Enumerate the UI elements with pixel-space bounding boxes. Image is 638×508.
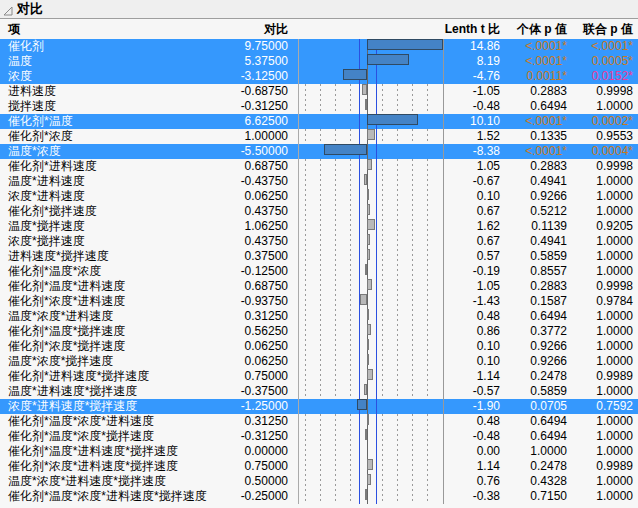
contrast-bar-chart-cell bbox=[298, 159, 444, 174]
individual-p-cell: 0.3772 bbox=[505, 324, 567, 339]
table-row[interactable]: 催化剂*温度*进料速度*搅拌速度 0.00000 0.00 1.0000 1.0… bbox=[0, 444, 638, 459]
table-row[interactable]: 催化剂*温度*浓度*进料速度 0.31250 0.48 0.6494 1.000… bbox=[0, 414, 638, 429]
column-header-lenth-t[interactable]: Lenth t 比 bbox=[420, 21, 500, 37]
contrast-bar-chart-cell bbox=[298, 129, 444, 144]
lenth-t-cell: -1.05 bbox=[448, 84, 500, 99]
table-row[interactable]: 浓度*进料速度 0.06250 0.10 0.9266 1.0000 bbox=[0, 189, 638, 204]
contrast-bar-chart-cell bbox=[298, 489, 444, 504]
lenth-t-cell: 0.10 bbox=[448, 354, 500, 369]
column-header-term[interactable]: 项 bbox=[8, 21, 20, 37]
term-cell: 进料速度*搅拌速度 bbox=[8, 249, 109, 264]
individual-p-cell: 0.7150 bbox=[505, 489, 567, 504]
contrast-bar bbox=[367, 459, 373, 470]
table-row[interactable]: 催化剂*温度 6.62500 10.10 <.0001* 0.0002* bbox=[0, 114, 638, 129]
table-row[interactable]: 催化剂*温度*搅拌速度 0.56250 0.86 0.3772 1.0000 bbox=[0, 324, 638, 339]
table-row[interactable]: 进料速度 -0.68750 -1.05 0.2883 0.9998 bbox=[0, 84, 638, 99]
contrast-value-cell: 0.56250 bbox=[180, 324, 288, 339]
table-row[interactable]: 催化剂*浓度*进料速度 -0.93750 -1.43 0.1587 0.9784 bbox=[0, 294, 638, 309]
contrast-bar bbox=[362, 84, 367, 95]
individual-p-cell: 0.1335 bbox=[505, 129, 567, 144]
simultaneous-p-cell: 1.0000 bbox=[571, 309, 633, 324]
table-row[interactable]: 催化剂*温度*浓度*搅拌速度 -0.31250 -0.48 0.6494 1.0… bbox=[0, 429, 638, 444]
column-header-individual-p[interactable]: 个体 p 值 bbox=[505, 21, 567, 37]
simultaneous-p-cell: 1.0000 bbox=[571, 339, 633, 354]
table-row[interactable]: 温度*进料速度*搅拌速度 -0.37500 -0.57 0.5859 1.000… bbox=[0, 384, 638, 399]
contrast-bar-chart-cell bbox=[298, 54, 444, 69]
lenth-t-cell: 0.67 bbox=[448, 234, 500, 249]
contrast-value-cell: 0.68750 bbox=[180, 279, 288, 294]
table-row[interactable]: 浓度*搅拌速度 0.43750 0.67 0.4941 1.0000 bbox=[0, 234, 638, 249]
contrast-bar-chart-cell bbox=[298, 294, 444, 309]
table-row[interactable]: 催化剂*进料速度 0.68750 1.05 0.2883 0.9998 bbox=[0, 159, 638, 174]
disclosure-triangle-icon[interactable] bbox=[2, 3, 16, 15]
simultaneous-p-cell: 1.0000 bbox=[571, 264, 633, 279]
table-row[interactable]: 温度*浓度*进料速度*搅拌速度 0.50000 0.76 0.4328 1.00… bbox=[0, 474, 638, 489]
lenth-t-cell: -0.48 bbox=[448, 429, 500, 444]
contrast-bar bbox=[367, 474, 371, 485]
term-cell: 催化剂 bbox=[8, 39, 44, 54]
table-row[interactable]: 催化剂*进料速度*搅拌速度 0.75000 1.14 0.2478 0.9989 bbox=[0, 369, 638, 384]
table-row[interactable]: 温度*浓度*搅拌速度 0.06250 0.10 0.9266 1.0000 bbox=[0, 354, 638, 369]
contrast-bar-chart-cell bbox=[298, 399, 444, 414]
contrast-bar bbox=[367, 189, 369, 200]
contrast-value-cell: -0.37500 bbox=[180, 384, 288, 399]
simultaneous-p-cell: 1.0000 bbox=[571, 414, 633, 429]
table-row[interactable]: 催化剂 9.75000 14.86 <.0001* <.0001* bbox=[0, 39, 638, 54]
simultaneous-p-cell: 0.9989 bbox=[571, 459, 633, 474]
lenth-t-cell: -8.38 bbox=[448, 144, 500, 159]
table-row[interactable]: 催化剂*浓度*进料速度*搅拌速度 0.75000 1.14 0.2478 0.9… bbox=[0, 459, 638, 474]
contrast-bar-chart-cell bbox=[298, 369, 444, 384]
contrast-bar bbox=[365, 489, 367, 500]
table-row[interactable]: 温度*浓度 -5.50000 -8.38 <.0001* 0.0004* bbox=[0, 144, 638, 159]
lenth-t-cell: 14.86 bbox=[448, 39, 500, 54]
contrast-bar bbox=[364, 384, 367, 395]
contrast-value-cell: 0.75000 bbox=[180, 369, 288, 384]
table-row[interactable]: 催化剂*浓度 1.00000 1.52 0.1335 0.9553 bbox=[0, 129, 638, 144]
lenth-t-cell: -0.67 bbox=[448, 174, 500, 189]
table-row[interactable]: 进料速度*搅拌速度 0.37500 0.57 0.5859 1.0000 bbox=[0, 249, 638, 264]
lenth-t-cell: -1.43 bbox=[448, 294, 500, 309]
contrast-bar-chart-cell bbox=[298, 114, 444, 129]
simultaneous-p-cell: 0.0152* bbox=[571, 69, 633, 84]
table-row[interactable]: 搅拌速度 -0.31250 -0.48 0.6494 1.0000 bbox=[0, 99, 638, 114]
contrast-bar bbox=[360, 294, 367, 305]
term-cell: 催化剂*进料速度 bbox=[8, 159, 97, 174]
term-cell: 催化剂*浓度*进料速度 bbox=[8, 294, 125, 309]
table-row[interactable]: 浓度*进料速度*搅拌速度 -1.25000 -1.90 0.0705 0.759… bbox=[0, 399, 638, 414]
term-cell: 浓度*进料速度*搅拌速度 bbox=[8, 399, 137, 414]
table-row[interactable]: 浓度 -3.12500 -4.76 0.0011* 0.0152* bbox=[0, 69, 638, 84]
table-row[interactable]: 温度*搅拌速度 1.06250 1.62 0.1139 0.9205 bbox=[0, 219, 638, 234]
table-row[interactable]: 温度*进料速度 -0.43750 -0.67 0.4941 1.0000 bbox=[0, 174, 638, 189]
contrast-value-cell: -0.25000 bbox=[180, 489, 288, 504]
term-cell: 温度*搅拌速度 bbox=[8, 219, 85, 234]
table-row[interactable]: 催化剂*温度*浓度 -0.12500 -0.19 0.8557 1.0000 bbox=[0, 264, 638, 279]
simultaneous-p-cell: 0.9998 bbox=[571, 279, 633, 294]
term-cell: 催化剂*温度*浓度*搅拌速度 bbox=[8, 429, 154, 444]
table-row[interactable]: 催化剂*浓度*搅拌速度 0.06250 0.10 0.9266 1.0000 bbox=[0, 339, 638, 354]
term-cell: 催化剂*温度 bbox=[8, 114, 73, 129]
column-header-contrast[interactable]: 对比 bbox=[180, 21, 288, 37]
individual-p-cell: 0.0011* bbox=[505, 69, 567, 84]
contrast-bar bbox=[367, 114, 418, 125]
contrast-bar bbox=[367, 159, 372, 170]
lenth-t-cell: 0.10 bbox=[448, 339, 500, 354]
individual-p-cell: 0.4328 bbox=[505, 474, 567, 489]
lenth-t-cell: 1.14 bbox=[448, 459, 500, 474]
simultaneous-p-cell: 0.9998 bbox=[571, 84, 633, 99]
column-header-simultaneous-p[interactable]: 联合 p 值 bbox=[571, 21, 633, 37]
table-row[interactable]: 催化剂*搅拌速度 0.43750 0.67 0.5212 1.0000 bbox=[0, 204, 638, 219]
table-row[interactable]: 温度 5.37500 8.19 <.0001* 0.0005* bbox=[0, 54, 638, 69]
contrast-value-cell: -0.93750 bbox=[180, 294, 288, 309]
contrast-bar-chart-cell bbox=[298, 39, 444, 54]
term-cell: 搅拌速度 bbox=[8, 99, 56, 114]
term-cell: 温度*浓度*进料速度 bbox=[8, 309, 113, 324]
individual-p-cell: 0.2883 bbox=[505, 279, 567, 294]
contrast-bar bbox=[367, 324, 371, 335]
table-row[interactable]: 催化剂*温度*浓度*进料速度*搅拌速度 -0.25000 -0.38 0.715… bbox=[0, 489, 638, 504]
term-cell: 催化剂*浓度 bbox=[8, 129, 73, 144]
simultaneous-p-cell: 1.0000 bbox=[571, 99, 633, 114]
contrast-table-body: 催化剂 9.75000 14.86 <.0001* <.0001* 温度 5.3… bbox=[0, 39, 638, 504]
term-cell: 温度 bbox=[8, 54, 32, 69]
table-row[interactable]: 温度*浓度*进料速度 0.31250 0.48 0.6494 1.0000 bbox=[0, 309, 638, 324]
table-row[interactable]: 催化剂*温度*进料速度 0.68750 1.05 0.2883 0.9998 bbox=[0, 279, 638, 294]
